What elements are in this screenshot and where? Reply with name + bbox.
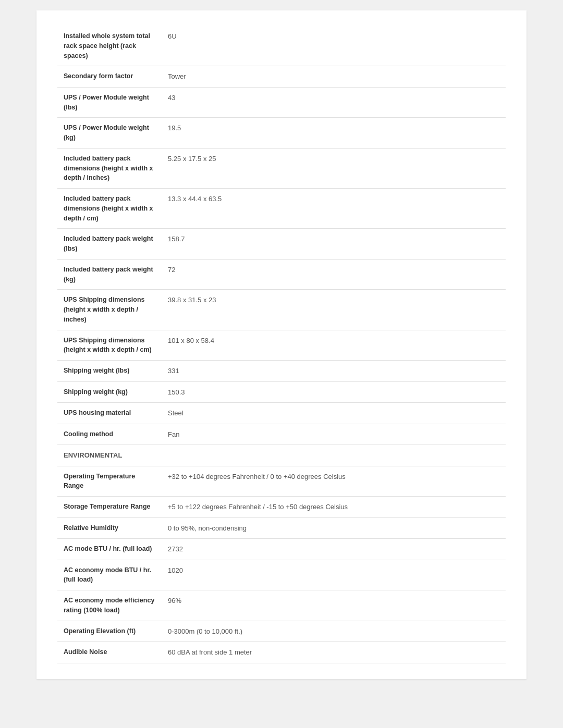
spec-table: Installed whole system total rack space … bbox=[57, 26, 506, 663]
spec-value: 150.3 bbox=[162, 381, 506, 403]
spec-value: 13.3 x 44.4 x 63.5 bbox=[162, 189, 506, 229]
table-row: Cooling methodFan bbox=[57, 424, 506, 445]
spec-label: Included battery pack dimensions (height… bbox=[57, 148, 162, 188]
spec-label: UPS / Power Module weight (kg) bbox=[57, 118, 162, 149]
spec-value: 43 bbox=[162, 87, 506, 118]
spec-value: 101 x 80 x 58.4 bbox=[162, 330, 506, 361]
table-row: Shipping weight (lbs)331 bbox=[57, 361, 506, 382]
spec-value: 60 dBA at front side 1 meter bbox=[162, 642, 506, 663]
spec-value: Steel bbox=[162, 403, 506, 424]
spec-label: UPS / Power Module weight (lbs) bbox=[57, 87, 162, 118]
spec-label: Included battery pack dimensions (height… bbox=[57, 189, 162, 229]
spec-value: Fan bbox=[162, 424, 506, 445]
spec-label: Included battery pack weight (kg) bbox=[57, 259, 162, 290]
spec-label: Operating Elevation (ft) bbox=[57, 621, 162, 642]
spec-label: Installed whole system total rack space … bbox=[57, 26, 162, 66]
page-container: Installed whole system total rack space … bbox=[36, 10, 527, 679]
table-row: Included battery pack weight (lbs)158.7 bbox=[57, 229, 506, 260]
spec-label: Included battery pack weight (lbs) bbox=[57, 229, 162, 260]
table-row: UPS Shipping dimensions (height x width … bbox=[57, 330, 506, 361]
spec-value: 96% bbox=[162, 590, 506, 621]
spec-value: 0-3000m (0 to 10,000 ft.) bbox=[162, 621, 506, 642]
table-row: Operating Temperature Range+32 to +104 d… bbox=[57, 466, 506, 497]
spec-value: 72 bbox=[162, 259, 506, 290]
spec-value: 331 bbox=[162, 361, 506, 382]
spec-value: 1020 bbox=[162, 560, 506, 590]
spec-label: Shipping weight (kg) bbox=[57, 381, 162, 403]
spec-label: AC mode BTU / hr. (full load) bbox=[57, 539, 162, 560]
spec-value: 2732 bbox=[162, 539, 506, 560]
table-row: AC mode BTU / hr. (full load)2732 bbox=[57, 539, 506, 560]
section-header-label: ENVIRONMENTAL bbox=[57, 445, 506, 466]
table-row: UPS / Power Module weight (kg)19.5 bbox=[57, 118, 506, 149]
table-row: Storage Temperature Range+5 to +122 degr… bbox=[57, 497, 506, 518]
spec-value: +5 to +122 degrees Fahrenheit / -15 to +… bbox=[162, 497, 506, 518]
table-row: Shipping weight (kg)150.3 bbox=[57, 381, 506, 403]
table-row: ENVIRONMENTAL bbox=[57, 445, 506, 466]
table-row: UPS housing materialSteel bbox=[57, 403, 506, 424]
table-row: Included battery pack dimensions (height… bbox=[57, 189, 506, 229]
table-row: Included battery pack weight (kg)72 bbox=[57, 259, 506, 290]
spec-value: Tower bbox=[162, 66, 506, 88]
spec-label: AC economy mode efficiency rating (100% … bbox=[57, 590, 162, 621]
spec-value: +32 to +104 degrees Fahrenheit / 0 to +4… bbox=[162, 466, 506, 497]
spec-label: Secondary form factor bbox=[57, 66, 162, 88]
spec-label: Shipping weight (lbs) bbox=[57, 361, 162, 382]
spec-label: AC economy mode BTU / hr. (full load) bbox=[57, 560, 162, 590]
table-row: AC economy mode BTU / hr. (full load)102… bbox=[57, 560, 506, 590]
spec-value: 19.5 bbox=[162, 118, 506, 149]
table-row: Included battery pack dimensions (height… bbox=[57, 148, 506, 188]
table-row: Operating Elevation (ft)0-3000m (0 to 10… bbox=[57, 621, 506, 642]
table-row: AC economy mode efficiency rating (100% … bbox=[57, 590, 506, 621]
spec-value: 39.8 x 31.5 x 23 bbox=[162, 290, 506, 330]
spec-label: Storage Temperature Range bbox=[57, 497, 162, 518]
spec-label: UPS Shipping dimensions (height x width … bbox=[57, 330, 162, 361]
spec-label: UPS Shipping dimensions (height x width … bbox=[57, 290, 162, 330]
table-row: UPS / Power Module weight (lbs)43 bbox=[57, 87, 506, 118]
spec-value: 158.7 bbox=[162, 229, 506, 260]
spec-value: 6U bbox=[162, 26, 506, 66]
spec-label: Operating Temperature Range bbox=[57, 466, 162, 497]
spec-value: 5.25 x 17.5 x 25 bbox=[162, 148, 506, 188]
table-row: Installed whole system total rack space … bbox=[57, 26, 506, 66]
spec-value: 0 to 95%, non-condensing bbox=[162, 517, 506, 539]
spec-label: Cooling method bbox=[57, 424, 162, 445]
table-row: Secondary form factorTower bbox=[57, 66, 506, 88]
table-row: Relative Humidity0 to 95%, non-condensin… bbox=[57, 517, 506, 539]
table-row: UPS Shipping dimensions (height x width … bbox=[57, 290, 506, 330]
table-row: Audible Noise60 dBA at front side 1 mete… bbox=[57, 642, 506, 663]
spec-label: Audible Noise bbox=[57, 642, 162, 663]
spec-label: Relative Humidity bbox=[57, 517, 162, 539]
spec-label: UPS housing material bbox=[57, 403, 162, 424]
